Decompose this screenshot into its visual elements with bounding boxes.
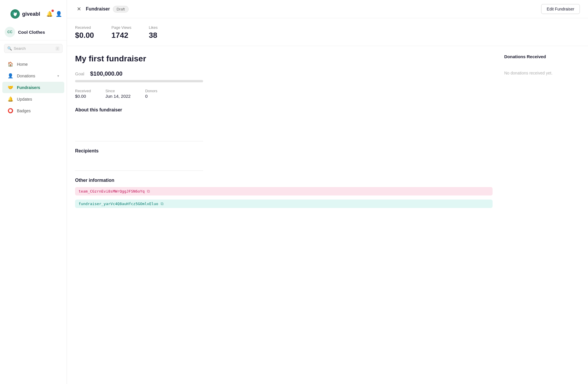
recipients-title: Recipients xyxy=(75,148,493,154)
home-icon: 🏠 xyxy=(8,61,13,67)
user-avatar-icon[interactable]: 👤 xyxy=(56,11,62,17)
chevron-down-icon: ▾ xyxy=(57,74,59,78)
org-avatar: CC xyxy=(5,27,15,37)
search-bar[interactable]: 🔍 Search / xyxy=(4,44,63,53)
stat-page-views-label: Page Views xyxy=(111,25,131,30)
svg-point-1 xyxy=(13,12,14,14)
status-badge: Draft xyxy=(113,6,129,13)
content-left: My first fundraiser Goal $100,000.00 Rec… xyxy=(75,54,493,210)
stat-page-views: Page Views 1742 xyxy=(111,25,131,40)
other-info-title: Other information xyxy=(75,178,493,183)
no-donations-text: No donations received yet. xyxy=(504,71,580,75)
received-label: Received xyxy=(75,89,91,93)
sidebar-item-badges-label: Badges xyxy=(17,109,31,113)
sidebar-item-fundraisers[interactable]: 🤝 Fundraisers xyxy=(2,82,64,93)
badges-icon: ⭕ xyxy=(8,108,13,113)
team-tag: team_CGzrnEvi8sMWrQggJFSN6oYq ⧉ xyxy=(75,187,493,195)
sidebar-item-badges[interactable]: ⭕ Badges xyxy=(2,105,64,116)
received-row: Received $0.00 Since Jun 14, 2022 Donors… xyxy=(75,89,493,99)
goal-row: Goal $100,000.00 xyxy=(75,70,493,77)
stat-likes-value: 38 xyxy=(149,31,158,40)
search-placeholder: Search xyxy=(14,46,54,51)
donors-item: Donors 0 xyxy=(145,89,157,99)
since-label: Since xyxy=(105,89,131,93)
divider-1 xyxy=(75,141,203,141)
sidebar-item-updates-label: Updates xyxy=(17,97,32,102)
stat-likes-label: Likes xyxy=(149,25,158,30)
sidebar-item-updates[interactable]: 🔔 Updates xyxy=(2,93,64,105)
stat-received-label: Received xyxy=(75,25,94,30)
stats-row: Received $0.00 Page Views 1742 Likes 38 xyxy=(67,18,588,46)
about-section: About this fundraiser xyxy=(75,107,493,134)
org-name: Cool Clothes xyxy=(18,30,45,35)
giveabl-logo-icon xyxy=(10,9,20,19)
other-info-section: Other information team_CGzrnEvi8sMWrQggJ… xyxy=(75,178,493,210)
content-area: My first fundraiser Goal $100,000.00 Rec… xyxy=(67,46,588,218)
received-item: Received $0.00 xyxy=(75,89,91,99)
goal-label: Goal xyxy=(75,71,84,76)
about-title: About this fundraiser xyxy=(75,107,493,113)
fundraiser-tag: fundraiser_yarVc4Q8auHfcz5GOmlxEluo ⧉ xyxy=(75,200,493,208)
since-item: Since Jun 14, 2022 xyxy=(105,89,131,99)
logo-text: giveabl xyxy=(22,11,40,17)
stat-page-views-value: 1742 xyxy=(111,31,131,40)
edit-fundraiser-button[interactable]: Edit Fundraiser xyxy=(541,4,580,14)
progress-bar xyxy=(75,80,203,82)
updates-icon: 🔔 xyxy=(8,96,13,102)
goal-amount: $100,000.00 xyxy=(90,70,122,77)
sidebar-logo: giveabl xyxy=(5,4,46,24)
sidebar-item-donations-label: Donations xyxy=(17,74,35,78)
donors-value: 0 xyxy=(145,94,157,99)
fundraiser-title: My first fundraiser xyxy=(75,54,493,63)
donations-received-title: Donations Received xyxy=(504,54,580,59)
stat-likes: Likes 38 xyxy=(149,25,158,40)
sidebar-header: giveabl 🔔 👤 xyxy=(0,0,67,24)
recipients-content xyxy=(75,158,493,163)
donations-panel: Donations Received No donations received… xyxy=(504,54,580,210)
main-content: ✕ Fundraiser Draft Edit Fundraiser Recei… xyxy=(67,0,588,384)
sidebar-item-home-label: Home xyxy=(17,62,28,67)
top-bar-left: ✕ Fundraiser Draft xyxy=(75,5,129,13)
copy-team-tag-icon[interactable]: ⧉ xyxy=(147,189,150,194)
tags-list: team_CGzrnEvi8sMWrQggJFSN6oYq ⧉ fundrais… xyxy=(75,187,493,210)
search-shortcut: / xyxy=(56,47,59,51)
page-title: Fundraiser xyxy=(86,6,110,12)
donors-label: Donors xyxy=(145,89,157,93)
fundraiser-tag-value: fundraiser_yarVc4Q8auHfcz5GOmlxEluo xyxy=(79,202,158,206)
divider-2 xyxy=(75,170,203,171)
stat-received: Received $0.00 xyxy=(75,25,94,40)
donations-icon: 👤 xyxy=(8,73,13,79)
about-content xyxy=(75,117,493,134)
top-bar: ✕ Fundraiser Draft Edit Fundraiser xyxy=(67,0,588,18)
recipients-section: Recipients xyxy=(75,148,493,163)
received-value: $0.00 xyxy=(75,94,91,99)
close-button[interactable]: ✕ xyxy=(75,5,83,13)
sidebar-item-home[interactable]: 🏠 Home xyxy=(2,58,64,70)
since-value: Jun 14, 2022 xyxy=(105,94,131,99)
notifications-bell[interactable]: 🔔 xyxy=(46,11,53,17)
fundraisers-icon: 🤝 xyxy=(8,85,13,90)
sidebar-item-donations[interactable]: 👤 Donations ▾ xyxy=(2,70,64,81)
notification-badge xyxy=(51,10,54,12)
stat-received-value: $0.00 xyxy=(75,31,94,40)
sidebar-item-fundraisers-label: Fundraisers xyxy=(17,85,40,90)
search-icon: 🔍 xyxy=(7,46,12,51)
nav-section: 🏠 Home 👤 Donations ▾ 🤝 Fundraisers 🔔 Upd… xyxy=(0,56,67,118)
copy-fundraiser-tag-icon[interactable]: ⧉ xyxy=(161,201,164,206)
team-tag-value: team_CGzrnEvi8sMWrQggJFSN6oYq xyxy=(79,189,145,193)
org-row[interactable]: CC Cool Clothes xyxy=(0,24,67,40)
sidebar: giveabl 🔔 👤 CC Cool Clothes 🔍 Search / 🏠… xyxy=(0,0,67,384)
